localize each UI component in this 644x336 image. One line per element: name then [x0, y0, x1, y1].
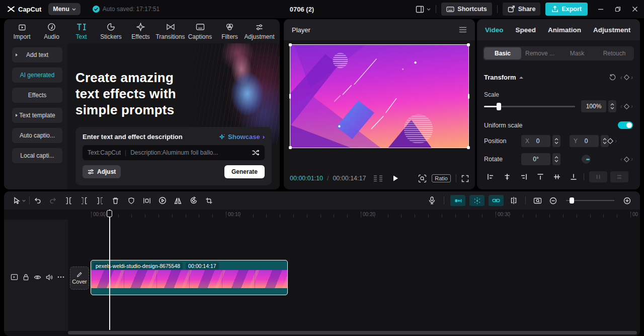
minimize-button[interactable]: [598, 6, 604, 12]
share-button[interactable]: Share: [503, 3, 541, 16]
tab-captions[interactable]: Captions: [185, 23, 215, 40]
tab-transitions[interactable]: Transitions: [155, 23, 185, 40]
shortcuts-button[interactable]: Shortcuts: [441, 3, 492, 16]
timeline-zoom-thumb[interactable]: [570, 197, 574, 204]
video-clip[interactable]: pexels-weldi-studio-design-8675548 00:00…: [91, 260, 288, 295]
resize-handle[interactable]: [289, 43, 292, 46]
uniform-scale-toggle[interactable]: [618, 121, 633, 129]
close-button[interactable]: [632, 6, 638, 12]
zoom-in-button[interactable]: [619, 194, 635, 207]
player-menu-icon[interactable]: [459, 27, 467, 33]
freeze-frame-tool[interactable]: [139, 194, 154, 207]
tab-adjustment[interactable]: Adjustment: [593, 26, 630, 34]
sidebar-item-local-captions[interactable]: Local capti...: [12, 148, 62, 163]
menu-button[interactable]: Menu: [48, 3, 80, 15]
subtab-remove[interactable]: Remove ...: [521, 47, 558, 59]
scale-stepper[interactable]: [608, 100, 616, 112]
resize-handle[interactable]: [467, 43, 470, 46]
sidebar-item-effects[interactable]: Effects: [12, 88, 62, 103]
align-bottom-icon[interactable]: [565, 171, 582, 182]
restore-button[interactable]: [615, 6, 621, 12]
auto-snap-toggle[interactable]: [450, 195, 465, 206]
sidebar-item-auto-captions[interactable]: Auto captio...: [12, 128, 62, 143]
tab-animation[interactable]: Animation: [548, 26, 581, 34]
preview-frame-button[interactable]: [530, 194, 545, 207]
timeline-zoom-slider[interactable]: [566, 200, 614, 201]
position-x-field[interactable]: X0: [521, 135, 550, 147]
position-y-field[interactable]: Y0: [570, 135, 599, 147]
tab-import[interactable]: Import: [7, 23, 37, 40]
rotate-field[interactable]: 0°: [521, 153, 550, 165]
timeline-ruler[interactable]: 00:00 00:10 00:20 00:30 00: [4, 210, 640, 220]
speed-tool[interactable]: [154, 194, 170, 207]
align-center-horizontal-icon[interactable]: [499, 171, 515, 182]
video-preview[interactable]: [290, 44, 469, 148]
delete-button[interactable]: [108, 194, 123, 207]
distribute-vertical-icon[interactable]: [610, 171, 628, 182]
resize-handle[interactable]: [467, 146, 470, 149]
sidebar-item-ai-generated[interactable]: AI generated: [12, 68, 62, 83]
record-voiceover-button[interactable]: [424, 194, 440, 207]
layout-toggle[interactable]: [416, 6, 431, 13]
delete-left-tool[interactable]: [76, 194, 92, 207]
showcase-link[interactable]: Showcase ›: [219, 133, 265, 141]
shuffle-icon[interactable]: [252, 149, 260, 156]
cover-button[interactable]: Cover: [70, 266, 89, 290]
position-x-stepper[interactable]: [552, 135, 560, 147]
distribute-horizontal-icon[interactable]: [589, 171, 607, 182]
collapse-caret-icon[interactable]: [519, 77, 523, 79]
zoom-out-button[interactable]: [545, 194, 561, 207]
frame-step-icon[interactable]: [373, 175, 384, 182]
timeline-scrollbar[interactable]: [68, 331, 637, 334]
tab-text[interactable]: Text: [66, 23, 96, 40]
link-toggle[interactable]: [489, 195, 504, 206]
subtab-basic[interactable]: Basic: [484, 47, 521, 59]
align-top-icon[interactable]: [532, 171, 548, 182]
mute-icon[interactable]: [46, 274, 53, 281]
rotate-stepper[interactable]: [552, 153, 560, 165]
sidebar-item-text-template[interactable]: Text template: [12, 108, 62, 123]
align-left-icon[interactable]: [482, 171, 499, 182]
eye-icon[interactable]: [34, 275, 41, 280]
preview-axis-toggle[interactable]: [469, 195, 485, 206]
position-keyframe[interactable]: ›: [607, 138, 617, 145]
more-icon[interactable]: [57, 276, 64, 278]
align-right-icon[interactable]: [515, 171, 532, 182]
transform-keyframe[interactable]: ‹›: [620, 74, 633, 81]
playhead[interactable]: [109, 210, 110, 330]
play-button[interactable]: [392, 175, 399, 182]
rotate-tool[interactable]: [186, 194, 201, 207]
tab-effects[interactable]: Effects: [126, 23, 155, 40]
tab-video[interactable]: Video: [485, 26, 504, 34]
lock-icon[interactable]: [23, 274, 29, 281]
tab-filters[interactable]: Filters: [215, 23, 245, 40]
resize-handle[interactable]: [289, 146, 292, 149]
resize-handle[interactable]: [289, 94, 291, 99]
resize-handle[interactable]: [468, 94, 469, 99]
fullscreen-icon[interactable]: [461, 175, 469, 182]
tab-adjustment[interactable]: Adjustment: [245, 23, 274, 40]
split-adsorb-tool[interactable]: [506, 194, 521, 207]
generate-button[interactable]: Generate: [224, 165, 265, 178]
undo-button[interactable]: [30, 194, 45, 207]
align-center-vertical-icon[interactable]: [548, 171, 565, 182]
subtab-mask[interactable]: Mask: [558, 47, 596, 59]
redo-button[interactable]: [45, 194, 61, 207]
adjust-button[interactable]: Adjust: [83, 165, 121, 178]
sidebar-item-add-text[interactable]: Add text: [12, 47, 62, 62]
prompt-input[interactable]: Text:CapCut | Description:Aluminum foil …: [83, 145, 265, 160]
scale-value[interactable]: 100%: [581, 100, 606, 112]
ratio-button[interactable]: Ratio: [432, 174, 451, 182]
scale-slider[interactable]: [484, 106, 575, 107]
delete-right-tool[interactable]: [92, 194, 108, 207]
tab-audio[interactable]: Audio: [37, 23, 66, 40]
mirror-tool[interactable]: [170, 194, 186, 207]
select-tool[interactable]: [9, 194, 29, 207]
reset-icon[interactable]: [609, 74, 616, 81]
subtab-retouch[interactable]: Retouch: [596, 47, 633, 59]
preview-quality-icon[interactable]: [418, 174, 427, 183]
split-tool[interactable]: [61, 194, 76, 207]
playhead-handle[interactable]: [107, 210, 112, 217]
crop-tool[interactable]: [201, 194, 217, 207]
rotate-keyframe[interactable]: ‹›: [620, 156, 633, 163]
